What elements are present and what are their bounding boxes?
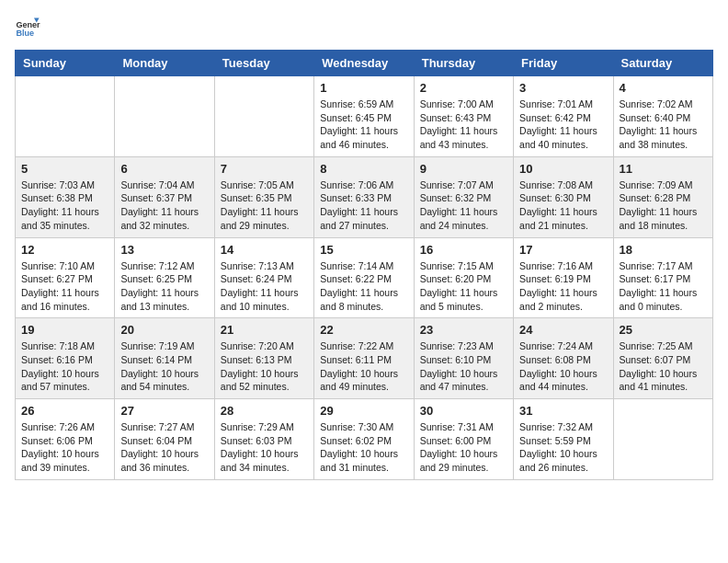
calendar-table: SundayMondayTuesdayWednesdayThursdayFrid… xyxy=(15,50,713,480)
calendar-cell: 19Sunrise: 7:18 AM Sunset: 6:16 PM Dayli… xyxy=(16,318,115,399)
day-info: Sunrise: 7:06 AM Sunset: 6:33 PM Dayligh… xyxy=(320,178,407,233)
calendar-cell: 18Sunrise: 7:17 AM Sunset: 6:17 PM Dayli… xyxy=(613,237,712,318)
calendar-cell xyxy=(214,76,313,157)
day-info: Sunrise: 7:10 AM Sunset: 6:27 PM Dayligh… xyxy=(21,259,108,314)
day-info: Sunrise: 7:25 AM Sunset: 6:07 PM Dayligh… xyxy=(620,339,707,394)
day-number: 18 xyxy=(620,243,707,257)
day-number: 29 xyxy=(320,404,407,418)
calendar-cell: 29Sunrise: 7:30 AM Sunset: 6:02 PM Dayli… xyxy=(314,399,414,480)
calendar-cell: 13Sunrise: 7:12 AM Sunset: 6:25 PM Dayli… xyxy=(115,237,214,318)
day-number: 22 xyxy=(320,323,407,337)
day-info: Sunrise: 7:08 AM Sunset: 6:30 PM Dayligh… xyxy=(519,178,607,233)
day-info: Sunrise: 6:59 AM Sunset: 6:45 PM Dayligh… xyxy=(320,98,407,152)
day-number: 30 xyxy=(420,404,507,418)
day-info: Sunrise: 7:30 AM Sunset: 6:02 PM Dayligh… xyxy=(320,420,407,475)
calendar-cell: 1Sunrise: 6:59 AM Sunset: 6:45 PM Daylig… xyxy=(314,76,414,157)
day-info: Sunrise: 7:12 AM Sunset: 6:25 PM Dayligh… xyxy=(120,259,208,314)
day-info: Sunrise: 7:24 AM Sunset: 6:08 PM Dayligh… xyxy=(519,339,607,394)
day-number: 13 xyxy=(120,243,208,257)
calendar-cell: 21Sunrise: 7:20 AM Sunset: 6:13 PM Dayli… xyxy=(214,318,313,399)
logo: General Blue xyxy=(15,15,40,40)
calendar-cell: 17Sunrise: 7:16 AM Sunset: 6:19 PM Dayli… xyxy=(514,237,613,318)
day-number: 17 xyxy=(519,243,607,257)
day-number: 8 xyxy=(320,162,407,176)
day-info: Sunrise: 7:26 AM Sunset: 6:06 PM Dayligh… xyxy=(21,420,108,475)
calendar-cell: 16Sunrise: 7:15 AM Sunset: 6:20 PM Dayli… xyxy=(414,237,513,318)
day-number: 9 xyxy=(420,162,507,176)
column-header-thursday: Thursday xyxy=(414,51,513,76)
week-row-2: 5Sunrise: 7:03 AM Sunset: 6:38 PM Daylig… xyxy=(16,156,713,237)
day-number: 20 xyxy=(120,323,208,337)
day-info: Sunrise: 7:14 AM Sunset: 6:22 PM Dayligh… xyxy=(320,259,407,314)
day-number: 26 xyxy=(21,404,108,418)
day-number: 7 xyxy=(221,162,308,176)
calendar-header-row: SundayMondayTuesdayWednesdayThursdayFrid… xyxy=(16,51,713,76)
day-number: 23 xyxy=(420,323,507,337)
column-header-sunday: Sunday xyxy=(16,51,115,76)
day-number: 24 xyxy=(519,323,607,337)
page-header: General Blue xyxy=(15,15,713,40)
calendar-cell: 9Sunrise: 7:07 AM Sunset: 6:32 PM Daylig… xyxy=(414,156,513,237)
day-info: Sunrise: 7:09 AM Sunset: 6:28 PM Dayligh… xyxy=(620,178,707,233)
column-header-saturday: Saturday xyxy=(613,51,712,76)
column-header-tuesday: Tuesday xyxy=(214,51,313,76)
calendar-cell: 22Sunrise: 7:22 AM Sunset: 6:11 PM Dayli… xyxy=(314,318,414,399)
day-number: 28 xyxy=(221,404,308,418)
day-number: 3 xyxy=(519,81,607,95)
calendar-cell: 14Sunrise: 7:13 AM Sunset: 6:24 PM Dayli… xyxy=(214,237,313,318)
calendar-cell: 4Sunrise: 7:02 AM Sunset: 6:40 PM Daylig… xyxy=(613,76,712,157)
svg-text:Blue: Blue xyxy=(16,29,34,38)
calendar-cell: 27Sunrise: 7:27 AM Sunset: 6:04 PM Dayli… xyxy=(115,399,214,480)
day-info: Sunrise: 7:18 AM Sunset: 6:16 PM Dayligh… xyxy=(21,339,108,394)
day-number: 15 xyxy=(320,243,407,257)
calendar-cell: 7Sunrise: 7:05 AM Sunset: 6:35 PM Daylig… xyxy=(214,156,313,237)
calendar-cell: 15Sunrise: 7:14 AM Sunset: 6:22 PM Dayli… xyxy=(314,237,414,318)
calendar-cell: 24Sunrise: 7:24 AM Sunset: 6:08 PM Dayli… xyxy=(514,318,613,399)
day-number: 31 xyxy=(519,404,607,418)
calendar-cell: 30Sunrise: 7:31 AM Sunset: 6:00 PM Dayli… xyxy=(414,399,513,480)
day-number: 2 xyxy=(420,81,507,95)
day-info: Sunrise: 7:02 AM Sunset: 6:40 PM Dayligh… xyxy=(620,98,707,152)
logo-icon: General Blue xyxy=(15,15,40,40)
day-info: Sunrise: 7:29 AM Sunset: 6:03 PM Dayligh… xyxy=(221,420,308,475)
calendar-cell: 20Sunrise: 7:19 AM Sunset: 6:14 PM Dayli… xyxy=(115,318,214,399)
day-number: 25 xyxy=(620,323,707,337)
day-info: Sunrise: 7:13 AM Sunset: 6:24 PM Dayligh… xyxy=(221,259,308,314)
day-info: Sunrise: 7:19 AM Sunset: 6:14 PM Dayligh… xyxy=(120,339,208,394)
day-info: Sunrise: 7:04 AM Sunset: 6:37 PM Dayligh… xyxy=(120,178,208,233)
calendar-cell: 11Sunrise: 7:09 AM Sunset: 6:28 PM Dayli… xyxy=(613,156,712,237)
week-row-1: 1Sunrise: 6:59 AM Sunset: 6:45 PM Daylig… xyxy=(16,76,713,157)
day-number: 14 xyxy=(221,243,308,257)
day-info: Sunrise: 7:16 AM Sunset: 6:19 PM Dayligh… xyxy=(519,259,607,314)
calendar-cell xyxy=(613,399,712,480)
calendar-cell: 28Sunrise: 7:29 AM Sunset: 6:03 PM Dayli… xyxy=(214,399,313,480)
day-info: Sunrise: 7:05 AM Sunset: 6:35 PM Dayligh… xyxy=(221,178,308,233)
day-number: 12 xyxy=(21,243,108,257)
week-row-3: 12Sunrise: 7:10 AM Sunset: 6:27 PM Dayli… xyxy=(16,237,713,318)
day-info: Sunrise: 7:22 AM Sunset: 6:11 PM Dayligh… xyxy=(320,339,407,394)
day-number: 5 xyxy=(21,162,108,176)
day-info: Sunrise: 7:27 AM Sunset: 6:04 PM Dayligh… xyxy=(120,420,208,475)
day-info: Sunrise: 7:32 AM Sunset: 5:59 PM Dayligh… xyxy=(519,420,607,475)
column-header-friday: Friday xyxy=(514,51,613,76)
calendar-cell xyxy=(115,76,214,157)
day-number: 10 xyxy=(519,162,607,176)
day-info: Sunrise: 7:00 AM Sunset: 6:43 PM Dayligh… xyxy=(420,98,507,152)
calendar-cell: 23Sunrise: 7:23 AM Sunset: 6:10 PM Dayli… xyxy=(414,318,513,399)
day-info: Sunrise: 7:20 AM Sunset: 6:13 PM Dayligh… xyxy=(221,339,308,394)
calendar-cell: 25Sunrise: 7:25 AM Sunset: 6:07 PM Dayli… xyxy=(613,318,712,399)
day-number: 21 xyxy=(221,323,308,337)
calendar-cell: 3Sunrise: 7:01 AM Sunset: 6:42 PM Daylig… xyxy=(514,76,613,157)
day-info: Sunrise: 7:03 AM Sunset: 6:38 PM Dayligh… xyxy=(21,178,108,233)
calendar-cell: 31Sunrise: 7:32 AM Sunset: 5:59 PM Dayli… xyxy=(514,399,613,480)
calendar-cell: 8Sunrise: 7:06 AM Sunset: 6:33 PM Daylig… xyxy=(314,156,414,237)
day-number: 4 xyxy=(620,81,707,95)
day-number: 6 xyxy=(120,162,208,176)
day-info: Sunrise: 7:07 AM Sunset: 6:32 PM Dayligh… xyxy=(420,178,507,233)
calendar-cell: 6Sunrise: 7:04 AM Sunset: 6:37 PM Daylig… xyxy=(115,156,214,237)
day-info: Sunrise: 7:17 AM Sunset: 6:17 PM Dayligh… xyxy=(620,259,707,314)
calendar-cell: 5Sunrise: 7:03 AM Sunset: 6:38 PM Daylig… xyxy=(16,156,115,237)
day-number: 1 xyxy=(320,81,407,95)
day-number: 19 xyxy=(21,323,108,337)
column-header-wednesday: Wednesday xyxy=(314,51,414,76)
